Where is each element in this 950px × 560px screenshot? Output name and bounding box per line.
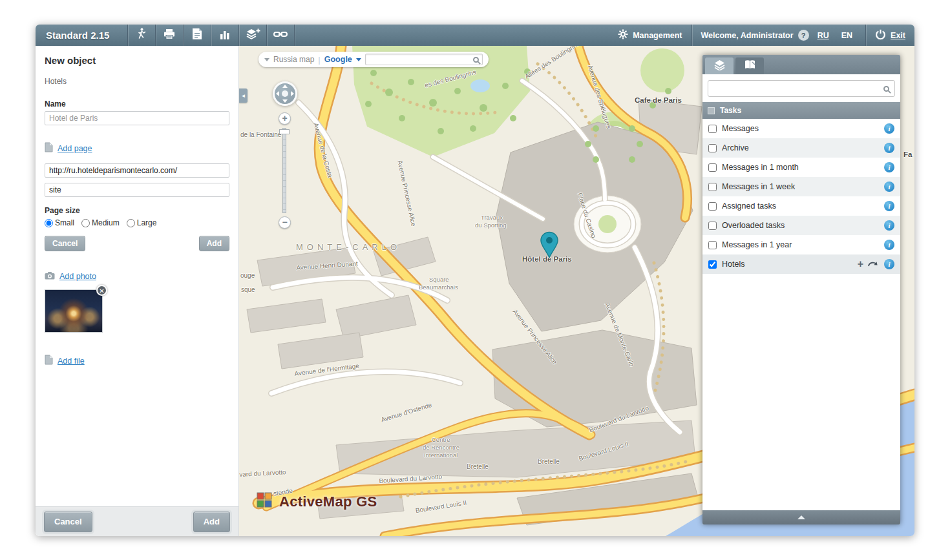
- page-cancel-button[interactable]: Cancel: [45, 236, 85, 251]
- size-option-small[interactable]: Small: [45, 218, 74, 227]
- pan-down-icon: [282, 99, 288, 103]
- map-label: MONTE-CARLO: [296, 242, 401, 252]
- app-title: Standard 2.15: [36, 25, 127, 46]
- task-checkbox[interactable]: [708, 260, 717, 269]
- new-object-panel: New object Hotels Name Add page Page siz…: [36, 46, 239, 536]
- exit-button[interactable]: Exit: [866, 25, 914, 46]
- tab-journal[interactable]: [735, 57, 764, 74]
- tab-layers[interactable]: [705, 57, 734, 74]
- tasks-group-header[interactable]: Tasks: [702, 102, 900, 119]
- task-label: Messages: [722, 124, 879, 133]
- add-layer-button[interactable]: [239, 25, 266, 46]
- report-button[interactable]: [184, 25, 211, 46]
- size-option-medium[interactable]: Medium: [81, 218, 120, 227]
- size-option-large[interactable]: Large: [127, 218, 157, 227]
- add-file-link[interactable]: Add file: [58, 357, 85, 366]
- task-row[interactable]: Hotels + i: [702, 254, 900, 274]
- link-button[interactable]: [267, 25, 294, 46]
- remove-photo-button[interactable]: ✕: [96, 285, 107, 296]
- statistics-button[interactable]: [211, 25, 238, 46]
- map-label: Beaumarchais: [419, 284, 458, 291]
- map-label: du Sporting: [475, 222, 507, 229]
- help-button[interactable]: ?: [798, 30, 809, 41]
- map-search-input[interactable]: [369, 56, 473, 63]
- page-add-button[interactable]: Add: [199, 236, 229, 251]
- redo-arrow-icon[interactable]: [867, 260, 879, 269]
- add-page-link[interactable]: Add page: [58, 144, 92, 153]
- layer-dropdown-caret-icon[interactable]: [264, 58, 269, 61]
- task-label: Assigned tasks: [722, 202, 879, 211]
- zoom-out-button[interactable]: −: [279, 216, 291, 229]
- panel-search-input[interactable]: [713, 84, 883, 93]
- info-icon[interactable]: i: [884, 123, 894, 134]
- info-icon[interactable]: i: [884, 220, 894, 231]
- task-row[interactable]: Archive + i: [702, 138, 900, 158]
- zoom-in-button[interactable]: +: [279, 112, 291, 125]
- provider-dropdown-caret-icon[interactable]: [356, 58, 361, 61]
- content: Russia map | Google ◄: [36, 46, 914, 536]
- management-menu[interactable]: Management: [609, 25, 691, 46]
- zoom-slider-track[interactable]: [282, 128, 286, 213]
- map-label: Cafe de Paris: [635, 96, 682, 104]
- hotel-photo-thumbnail[interactable]: ✕: [45, 289, 103, 333]
- bar-chart-icon: [219, 28, 231, 43]
- task-row[interactable]: Overloaded tasks + i: [702, 216, 900, 235]
- map-pan-control[interactable]: [273, 81, 297, 106]
- print-button[interactable]: [156, 25, 183, 46]
- task-label: Messages in 1 month: [722, 163, 879, 172]
- task-row[interactable]: Assigned tasks + i: [702, 196, 900, 216]
- task-row[interactable]: Messages + i: [702, 119, 900, 138]
- add-button[interactable]: Add: [193, 512, 230, 532]
- page-title: New object: [45, 55, 229, 66]
- task-checkbox[interactable]: [708, 144, 717, 152]
- hotel-map-pin[interactable]: [540, 231, 559, 261]
- add-object-icon[interactable]: +: [858, 260, 863, 269]
- search-icon[interactable]: [473, 57, 479, 63]
- page-icon: [45, 142, 53, 155]
- task-checkbox[interactable]: [708, 163, 717, 172]
- task-checkbox[interactable]: [708, 202, 717, 211]
- zoom-slider-knob[interactable]: [279, 129, 290, 134]
- task-checkbox[interactable]: [708, 125, 717, 133]
- panel-search-box: [708, 80, 895, 97]
- info-icon[interactable]: i: [884, 162, 894, 172]
- map-label: sque: [241, 286, 255, 293]
- collapse-form-button[interactable]: ◄: [239, 88, 248, 103]
- task-row[interactable]: Messages in 1 month + i: [702, 158, 900, 177]
- layer-selector[interactable]: Russia map: [273, 55, 314, 64]
- lang-ru-link[interactable]: RU: [814, 31, 833, 40]
- exit-label: Exit: [891, 31, 905, 40]
- task-row[interactable]: Messages in 1 year + i: [702, 235, 900, 254]
- collapse-up-icon: [797, 515, 805, 519]
- camera-icon: [45, 271, 55, 282]
- page-title-input[interactable]: [45, 183, 229, 197]
- task-checkbox[interactable]: [708, 183, 717, 191]
- info-icon[interactable]: i: [884, 181, 894, 192]
- map-label: Fa: [903, 150, 912, 158]
- task-checkbox[interactable]: [708, 241, 717, 249]
- route-tool-button[interactable]: [128, 25, 155, 46]
- map-label: de la Fontaine: [240, 131, 281, 138]
- info-icon[interactable]: i: [884, 240, 894, 250]
- topbar-right: Management Welcome, Administrator ? RU E…: [609, 25, 914, 46]
- panel-collapse-bar[interactable]: [702, 510, 900, 524]
- map-label: Square: [429, 276, 449, 283]
- task-checkbox[interactable]: [708, 222, 717, 230]
- activemap-logo-text: ActiveMap GS: [279, 493, 377, 510]
- provider-selector[interactable]: Google: [324, 55, 352, 64]
- task-label: Overloaded tasks: [722, 221, 879, 230]
- task-row[interactable]: Messages in 1 week + i: [702, 177, 900, 196]
- info-icon[interactable]: i: [884, 259, 894, 269]
- map-toolbar: Russia map | Google: [259, 52, 489, 67]
- add-photo-link[interactable]: Add photo: [59, 272, 96, 281]
- tasks-group-checkbox[interactable]: [708, 107, 715, 114]
- page-url-input[interactable]: [45, 163, 229, 178]
- link-icon: [273, 30, 288, 41]
- name-input[interactable]: [45, 111, 229, 125]
- search-icon[interactable]: [883, 86, 889, 92]
- info-icon[interactable]: i: [884, 143, 894, 153]
- info-icon[interactable]: i: [884, 201, 894, 211]
- form-footer: Cancel Add: [36, 506, 238, 536]
- cancel-button[interactable]: Cancel: [44, 512, 92, 532]
- page-size-label: Page size: [45, 206, 229, 215]
